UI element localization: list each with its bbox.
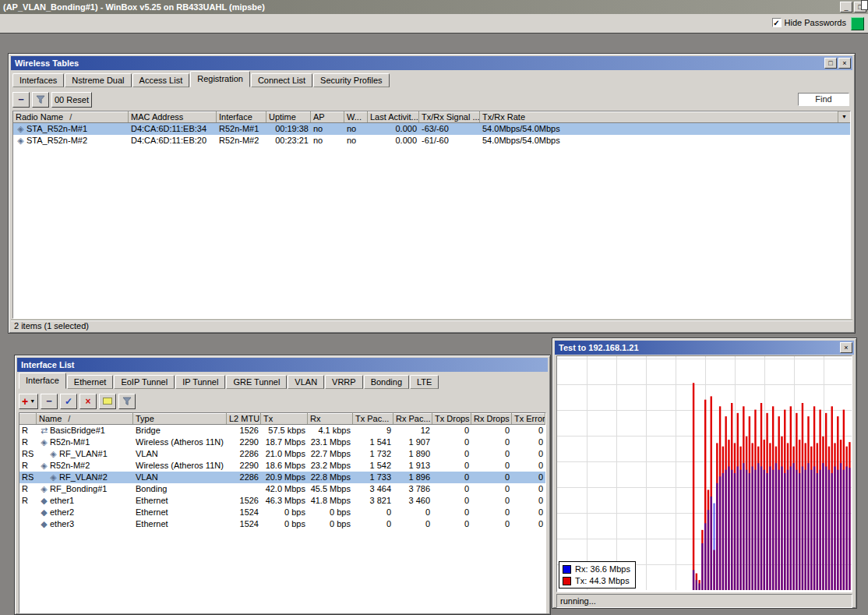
interface-table: Name/ Type L2 MTU Tx Rx Tx Pac... Rx Pac…	[19, 412, 546, 613]
rx-drops-cell: 0	[471, 495, 512, 507]
flags-cell	[19, 507, 37, 518]
registration-row[interactable]: ◈STA_R52n-M#2 D4:CA:6D:11:EB:20 R52n-M#2…	[13, 135, 850, 147]
rx-packet-cell: 0	[393, 518, 432, 530]
enable-button[interactable]: ✓	[60, 394, 77, 409]
comment-button[interactable]	[99, 394, 116, 409]
remove-entry-button[interactable]: −	[12, 92, 30, 108]
wds-cell: no	[344, 135, 368, 147]
minimize-button[interactable]: _	[840, 2, 852, 12]
interface-row[interactable]: R ◈R52n-M#2 Wireless (Atheros 11N) 2290 …	[19, 460, 545, 472]
hide-passwords-control[interactable]: ✓ Hide Passwords	[772, 18, 846, 27]
column-header-tx-errors[interactable]: Tx Errors	[512, 413, 545, 424]
tx-cell: 18.7 Mbps	[261, 437, 308, 448]
window-corner-fragment	[861, 0, 868, 10]
name-cell: ◆ether2	[37, 507, 133, 518]
tx-packet-cell: 0	[353, 518, 393, 530]
interface-tab[interactable]: Ethernet	[67, 375, 114, 389]
rx-cell: 0 bps	[308, 507, 353, 518]
registration-row[interactable]: ◈STA_R52n-M#1 D4:CA:6D:11:EB:34 R52n-M#1…	[13, 123, 850, 135]
interface-tab[interactable]: EoIP Tunnel	[114, 375, 175, 389]
legend-color-swatch	[563, 577, 571, 585]
test-titlebar[interactable]: Test to 192.168.1.21 ×	[555, 341, 854, 355]
column-options-button[interactable]: ▼	[838, 111, 850, 122]
interface-tab[interactable]: VRRP	[325, 375, 363, 389]
interface-row[interactable]: R ◆ether1 Ethernet 1526 46.3 Mbps 41.8 M…	[19, 495, 545, 507]
wireless-tab[interactable]: Connect List	[251, 73, 312, 87]
radio-name-cell: ◈STA_R52n-M#1	[13, 123, 129, 135]
column-header-uptime[interactable]: Uptime	[266, 111, 311, 122]
column-header-rate[interactable]: Tx/Rx Rate	[480, 111, 850, 122]
column-header-flags[interactable]	[19, 413, 37, 424]
wireless-titlebar[interactable]: Wireless Tables □ ×	[11, 56, 852, 70]
interface-table-body: R ⇄BasicBridge#1 Bridge 1526 57.5 kbps 4…	[19, 425, 545, 613]
test-close-button[interactable]: ×	[840, 342, 852, 353]
interface-tab[interactable]: VLAN	[288, 375, 324, 389]
interface-icon: ◈	[39, 483, 49, 495]
rx-cell: 41.8 Mbps	[308, 495, 353, 507]
hide-passwords-checkbox[interactable]: ✓	[772, 18, 782, 27]
wireless-tab[interactable]: Interfaces	[12, 73, 64, 87]
interface-tab[interactable]: LTE	[410, 375, 439, 389]
column-header-interface[interactable]: Interface	[217, 111, 266, 122]
chevron-down-icon: ▼	[30, 398, 35, 404]
column-header-name[interactable]: Name/	[37, 413, 133, 424]
type-cell: VLAN	[133, 448, 227, 460]
column-header-tx-packet[interactable]: Tx Pac...	[353, 413, 393, 424]
remove-interface-button[interactable]: −	[41, 394, 58, 409]
interface-tab[interactable]: GRE Tunnel	[226, 375, 287, 389]
column-header-tx[interactable]: Tx	[261, 413, 308, 424]
column-header-rx-packet[interactable]: Rx Pac...	[393, 413, 432, 424]
column-header-ap[interactable]: AP	[311, 111, 344, 122]
interface-row[interactable]: R ⇄BasicBridge#1 Bridge 1526 57.5 kbps 4…	[19, 425, 545, 437]
rx-drops-cell: 0	[471, 425, 512, 437]
column-header-signal[interactable]: Tx/Rx Signal ...	[419, 111, 480, 122]
column-header-last-activity[interactable]: Last Activit...	[368, 111, 419, 122]
tx-packet-cell: 1 542	[353, 460, 393, 472]
tx-errors-cell: 0	[512, 448, 545, 460]
last-activity-cell: 0.000	[368, 135, 419, 147]
column-header-mac-address[interactable]: MAC Address	[129, 111, 217, 122]
column-header-type[interactable]: Type	[133, 413, 227, 424]
column-header-wds[interactable]: W...	[344, 111, 368, 122]
disable-button[interactable]: ×	[79, 394, 97, 409]
column-header-l2mtu[interactable]: L2 MTU	[227, 413, 261, 424]
interface-row[interactable]: ◆ether3 Ethernet 1524 0 bps 0 bps 0 0 0 …	[19, 518, 545, 530]
filter-button[interactable]	[32, 92, 49, 108]
rx-drops-cell: 0	[471, 460, 512, 472]
column-header-rx-drops[interactable]: Rx Drops	[471, 413, 512, 424]
wireless-tab[interactable]: Nstreme Dual	[65, 73, 131, 87]
add-interface-button[interactable]: +▼	[19, 394, 38, 409]
wireless-tables-window: Wireless Tables □ × Interfaces Nstreme D…	[8, 53, 856, 334]
wireless-close-button[interactable]: ×	[838, 58, 851, 69]
column-header-rx[interactable]: Rx	[308, 413, 353, 424]
interface-tab[interactable]: Interface	[19, 373, 66, 389]
column-header-tx-drops[interactable]: Tx Drops	[432, 413, 471, 424]
wireless-toolbar: − 00 Reset Find	[11, 87, 852, 111]
tx-cell: 0 bps	[261, 507, 308, 518]
tx-drops-cell: 0	[432, 425, 471, 437]
interface-row[interactable]: R ◈RF_Bonding#1 Bonding 42.0 Mbps 45.5 M…	[19, 483, 545, 495]
tx-errors-cell: 0	[512, 518, 545, 530]
rx-cell: 23.1 Mbps	[308, 437, 353, 448]
wireless-maximize-button[interactable]: □	[824, 58, 837, 69]
type-cell: Ethernet	[133, 518, 227, 530]
flags-cell: R	[19, 483, 37, 495]
interface-tab[interactable]: IP Tunnel	[175, 375, 225, 389]
interface-row[interactable]: ◆ether2 Ethernet 1524 0 bps 0 bps 0 0 0 …	[19, 507, 545, 518]
wireless-tab[interactable]: Access List	[132, 73, 190, 87]
interface-titlebar[interactable]: Interface List	[17, 358, 548, 372]
column-header-radio-name[interactable]: Radio Name/	[13, 111, 129, 122]
reset-counters-button[interactable]: 00 Reset	[51, 92, 92, 108]
wireless-tab[interactable]: Security Profiles	[313, 73, 389, 87]
sort-indicator-icon: /	[68, 414, 70, 423]
interface-row[interactable]: R ◈R52n-M#1 Wireless (Atheros 11N) 2290 …	[19, 437, 545, 448]
hide-passwords-label: Hide Passwords	[785, 18, 846, 27]
filter-button[interactable]	[118, 394, 136, 409]
tx-cell: 0 bps	[261, 518, 308, 530]
uptime-cell: 00:19:38	[266, 123, 311, 135]
interface-tab[interactable]: Bonding	[364, 375, 409, 389]
wireless-tab[interactable]: Registration	[190, 71, 250, 87]
find-input[interactable]: Find	[798, 93, 849, 106]
interface-row[interactable]: RS ◈RF_VLAN#2 VLAN 2286 20.9 Mbps 22.8 M…	[19, 472, 545, 483]
interface-row[interactable]: RS ◈RF_VLAN#1 VLAN 2286 21.0 Mbps 22.7 M…	[19, 448, 545, 460]
